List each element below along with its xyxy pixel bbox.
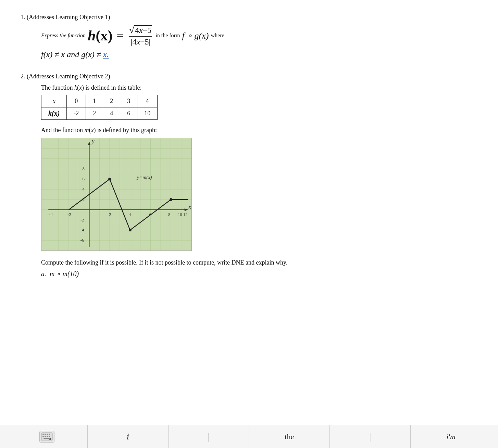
sqrt-expression: √ 4x−5 <box>129 25 152 35</box>
compute-label: Compute the following if it is possible.… <box>41 259 477 266</box>
tick-12: 12 <box>183 212 188 217</box>
graph-svg: x y -2 -4 2 4 6 8 10 12 2 4 6 8 -2 <box>41 138 191 251</box>
in-form-label: in the form <box>155 33 180 39</box>
kx-val-3: 6 <box>120 107 137 119</box>
x-underlined: x. <box>103 50 109 59</box>
x-val-3: 3 <box>120 95 137 107</box>
kx-val-2: 4 <box>103 107 120 119</box>
x-val-2: 2 <box>103 95 120 107</box>
fraction: √ 4x−5 |4x−5| <box>129 25 152 47</box>
graph-label: And the function m(x) is defined by this… <box>41 127 477 134</box>
problem-2-content: The function k(x) is defined in this tab… <box>41 84 477 278</box>
problem-1-header: 1. (Addresses Learning Objective 1) <box>21 14 477 21</box>
kx-label-cell: k(x) <box>41 107 67 119</box>
fog-expression: f ∘ g(x) <box>182 30 209 41</box>
problem-2-header: 2. (Addresses Learning Objective 2) <box>21 73 477 80</box>
tick-y6: 6 <box>83 176 85 181</box>
y-axis-label: y <box>91 138 95 144</box>
equals-sign: = <box>116 28 123 43</box>
tick-yminus2: -2 <box>80 217 84 222</box>
tick-4: 4 <box>129 212 131 217</box>
sqrt-symbol: √ <box>129 25 134 35</box>
tick-10: 10 <box>178 212 182 217</box>
svg-rect-0 <box>41 138 191 251</box>
tick-yminus6: -6 <box>80 238 84 243</box>
table-row-x: x 0 1 2 3 4 <box>41 95 158 107</box>
k-table: x 0 1 2 3 4 k(x) -2 2 4 6 10 <box>41 95 158 120</box>
x-val-4: 4 <box>137 95 158 107</box>
x-val-0: 0 <box>67 95 86 107</box>
table-intro: The function k(x) is defined in this tab… <box>41 84 477 91</box>
point-4-neg2 <box>129 229 132 231</box>
condition-line: f(x) ≠ x and g(x) ≠ x. <box>41 50 477 59</box>
sqrt-content: 4x−5 <box>134 25 152 35</box>
kx-val-1: 2 <box>86 107 103 119</box>
x-val-1: 1 <box>86 95 103 107</box>
graph-container: x y -2 -4 2 4 6 8 10 12 2 4 6 8 -2 <box>41 138 192 251</box>
tick-minus2: -2 <box>67 212 71 217</box>
kx-val-0: -2 <box>67 107 86 119</box>
fraction-denominator: |4x−5| <box>131 37 151 47</box>
problem-2: 2. (Addresses Learning Objective 2) The … <box>21 73 477 278</box>
problem-1: 1. (Addresses Learning Objective 1) Expr… <box>21 14 477 59</box>
graph-function-label: y=m(x) <box>136 175 152 180</box>
tick-yminus4: -4 <box>80 227 84 232</box>
tick-minus4: -4 <box>49 212 53 217</box>
point-2-3 <box>108 178 111 180</box>
table-row-kx: k(x) -2 2 4 6 10 <box>41 107 158 119</box>
x-label-cell: x <box>41 95 67 107</box>
kx-val-4: 10 <box>137 107 158 119</box>
where-label: where <box>211 33 224 39</box>
h-of-x: h(x) <box>88 27 112 44</box>
tick-y4: 4 <box>83 187 85 192</box>
tick-8: 8 <box>168 212 170 217</box>
point-8-1 <box>170 198 172 201</box>
tick-2: 2 <box>109 212 111 217</box>
fraction-numerator: √ 4x−5 <box>129 25 152 37</box>
page-bottom-padding <box>21 292 477 319</box>
x-axis-label: x <box>188 204 191 209</box>
tick-y8: 8 <box>83 166 85 171</box>
problem-1-content: Express the function h(x) = √ 4x−5 |4x−5… <box>41 25 477 59</box>
express-label: Express the function <box>41 33 86 39</box>
expression-line: Express the function h(x) = √ 4x−5 |4x−5… <box>41 25 477 47</box>
part-a: a. m ∘ m(10) <box>41 270 477 278</box>
